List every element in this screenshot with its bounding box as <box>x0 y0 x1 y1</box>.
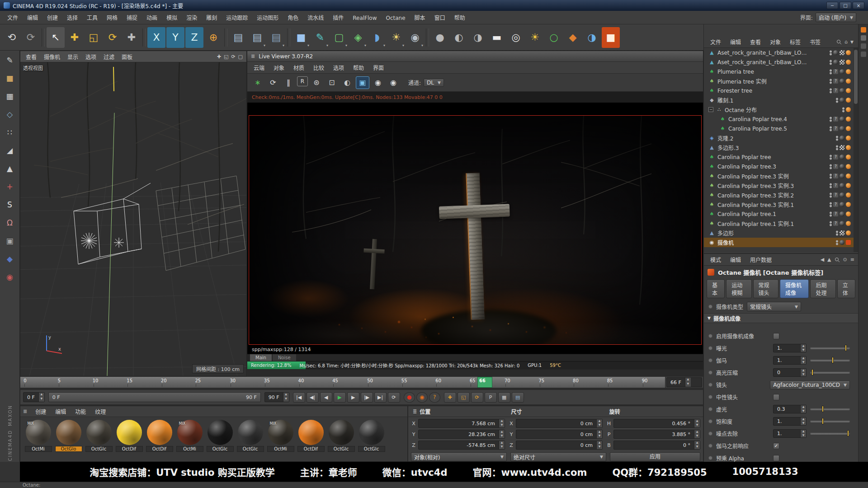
material-item[interactable]: OctGlc <box>85 420 113 452</box>
size-field[interactable]: 0 cm▲▼ <box>516 430 603 439</box>
menu-item[interactable]: 文件 <box>3 14 23 22</box>
material-ball-button[interactable]: ◐ <box>340 76 354 89</box>
material-item[interactable]: OctDif <box>145 420 174 452</box>
phong-tag-icon[interactable] <box>846 79 851 84</box>
solo-mode-button[interactable]: S <box>2 197 18 212</box>
render-tag-icon[interactable]: ? <box>833 155 838 160</box>
anim-dot-icon[interactable] <box>708 334 712 338</box>
rotation-field[interactable]: 3.885 °▲▼ <box>613 430 700 439</box>
octane-tag-icon[interactable] <box>846 240 851 245</box>
object-row[interactable]: Aset_rock_granite_L_rbBaw_LOD5 <box>704 48 854 57</box>
object-row[interactable]: Carolina Poplar tree.4 ? <box>704 114 854 124</box>
live-viewer-menu-item[interactable]: 对象 <box>269 63 289 72</box>
last-used-tool[interactable]: ✚ <box>123 27 141 48</box>
material-preview[interactable] <box>359 420 384 445</box>
phong-tag-icon[interactable] <box>846 107 851 112</box>
back-icon[interactable]: ◀ <box>821 257 824 263</box>
display-box-button[interactable]: ◑ <box>469 27 487 48</box>
phong-tag-icon[interactable] <box>846 136 851 141</box>
visibility-dots-icon[interactable] <box>836 136 838 141</box>
object-row[interactable]: Plumeria tree 实例 ? <box>704 76 854 86</box>
material-preview[interactable] <box>298 420 324 445</box>
live-viewer-menu-item[interactable]: 选项 <box>329 63 349 72</box>
toolbar-button[interactable] <box>287 28 290 47</box>
material-tag-icon[interactable] <box>840 79 844 84</box>
sun-light-button[interactable]: ☀ <box>526 27 544 48</box>
anim-dot-icon[interactable] <box>708 346 712 350</box>
anim-dot-icon[interactable] <box>708 419 712 423</box>
material-item[interactable]: OctDif <box>297 420 325 452</box>
record-rotation-toggle[interactable]: ⟳ <box>471 392 483 403</box>
record-parameter-toggle[interactable]: P <box>485 392 497 403</box>
stepper-icon[interactable]: ▲▼ <box>685 378 691 387</box>
maximize-view-icon[interactable]: ▢ <box>238 54 243 60</box>
position-field[interactable]: 28.236 cm▲▼ <box>418 430 505 439</box>
toolbar-button[interactable] <box>42 28 45 47</box>
viewport-menu-item[interactable]: 显示 <box>64 52 82 61</box>
material-preview[interactable]: MIX <box>268 420 293 445</box>
color-picker-button[interactable]: ◉ <box>2 269 18 285</box>
material-tag-icon[interactable] <box>840 136 844 141</box>
viewport-menu-item[interactable]: 查看 <box>22 52 40 61</box>
render-tag-icon[interactable]: ? <box>833 183 838 188</box>
visibility-dots-icon[interactable] <box>830 155 832 160</box>
slider-handle[interactable] <box>822 418 824 424</box>
size-field[interactable]: 0 cm▲▼ <box>516 419 603 428</box>
stepper-icon[interactable]: ▲▼ <box>38 393 44 402</box>
rotate-view-icon[interactable]: ⟳ <box>231 54 235 60</box>
value-field[interactable]: 1. ▲▼ <box>773 344 807 352</box>
checkbox[interactable] <box>773 455 779 461</box>
menu-item[interactable]: 创建 <box>42 14 62 22</box>
menu-item[interactable]: 脚本 <box>410 14 430 22</box>
render-tag-icon[interactable]: ? <box>833 88 838 93</box>
object-manager-menu-item[interactable]: 文件 <box>706 37 726 47</box>
interface-dropdown[interactable]: 启动 (用户)▼ <box>816 13 856 22</box>
display-shaded-button[interactable]: ● <box>431 27 449 48</box>
object-row[interactable]: Carolina Poplar tree.3 实例 ? <box>704 171 854 181</box>
start-frame-field[interactable]: 0 F ▲▼ <box>23 392 45 402</box>
phong-tag-icon[interactable] <box>846 192 851 197</box>
position-field[interactable]: 7.568 cm▲▼ <box>418 419 505 428</box>
material-tag-icon[interactable] <box>840 240 844 245</box>
octane-ring-button[interactable]: ○ <box>545 27 563 48</box>
material-preview[interactable] <box>238 420 263 445</box>
search-icon[interactable] <box>835 257 840 263</box>
anim-dot-icon[interactable] <box>708 371 712 375</box>
coordinate-mode-dropdown[interactable]: 对象(相对)▼ <box>411 452 507 461</box>
live-viewer-menu-item[interactable]: 界面 <box>368 63 388 72</box>
texture-tag-icon[interactable] <box>840 60 844 65</box>
render-tab[interactable]: Noise <box>273 354 296 361</box>
viewport-canvas[interactable]: 透视视图 <box>20 62 246 376</box>
redo-icon[interactable]: ⟳ <box>22 27 40 48</box>
x-axis-lock[interactable]: X <box>147 27 165 48</box>
material-preview[interactable]: MIX <box>26 420 51 445</box>
anim-dot-icon[interactable] <box>708 383 712 387</box>
autokey-button[interactable]: ◉ <box>416 392 428 403</box>
scene-menu[interactable]: ☀ ▾ <box>387 27 405 48</box>
material-tag-icon[interactable] <box>840 211 844 216</box>
object-row[interactable]: Aset_rock_granite_L_rbBaw_LOD5.1 <box>704 57 854 67</box>
white-balance-picker-button[interactable]: ◉ <box>387 76 400 89</box>
collapse-icon[interactable]: − <box>708 107 713 112</box>
rotate-tool[interactable]: ⟳ <box>104 27 122 48</box>
focus-picker-button[interactable]: ◉ <box>371 76 385 89</box>
object-row[interactable]: Carolina Poplar tree.3 实例.2 ? <box>704 190 854 200</box>
visibility-dots-icon[interactable] <box>830 211 832 217</box>
live-selection-tool[interactable]: ↖ <box>47 27 65 48</box>
render-tag-icon[interactable]: ? <box>833 202 838 207</box>
rotation-field[interactable]: 0 °▲▼ <box>613 441 700 450</box>
phong-tag-icon[interactable] <box>846 202 851 207</box>
material-tag-icon[interactable] <box>840 174 844 178</box>
visibility-dots-icon[interactable] <box>830 192 832 198</box>
material-tag-icon[interactable] <box>840 126 844 131</box>
texture-mode-tool[interactable]: ▦ <box>2 89 18 104</box>
material-item[interactable]: OctGlc <box>236 420 264 452</box>
visibility-dots-icon[interactable] <box>836 240 838 245</box>
slider-handle[interactable] <box>847 430 849 436</box>
object-row[interactable]: Carolina Poplar tree.3 实例.3 ? <box>704 181 854 190</box>
polygons-mode-tool[interactable]: ▲ <box>2 161 18 176</box>
visibility-dots-icon[interactable] <box>830 202 832 207</box>
coordinate-system-button[interactable]: ⊕ <box>204 27 222 48</box>
material-preview[interactable] <box>208 420 233 445</box>
material-tag-icon[interactable] <box>840 117 844 122</box>
